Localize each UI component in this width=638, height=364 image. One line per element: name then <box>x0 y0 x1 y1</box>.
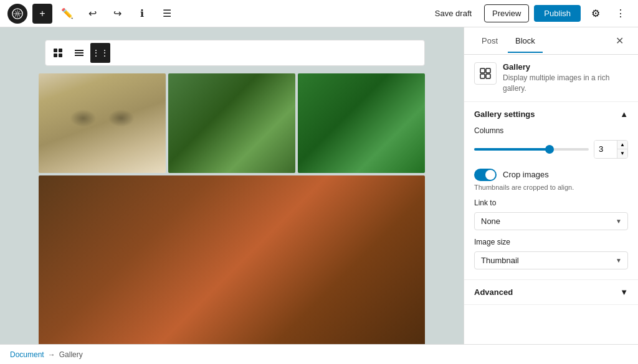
columns-number-input[interactable]: 3 ▲ ▼ <box>594 140 628 159</box>
settings-button[interactable]: ⚙ <box>586 4 606 24</box>
advanced-section: Advanced ▼ <box>464 280 638 305</box>
svg-rect-5 <box>75 50 83 51</box>
crop-images-hint: Thumbnails are cropped to align. <box>474 184 628 191</box>
image-size-group: Image size Thumbnail Medium Large Full S… <box>474 238 628 269</box>
editor-canvas: ⋮⋮ <box>0 27 464 344</box>
block-toolbar: ⋮⋮ <box>45 40 425 66</box>
block-info-text: Gallery Display multiple images in a ric… <box>503 62 628 94</box>
svg-rect-2 <box>59 49 62 52</box>
edit-tool-button[interactable]: ✏️ <box>57 4 77 24</box>
align-button[interactable] <box>69 43 89 63</box>
svg-rect-1 <box>54 49 57 52</box>
info-button[interactable]: ℹ <box>132 4 152 24</box>
crop-images-label: Crop images <box>503 170 549 179</box>
svg-rect-3 <box>54 54 57 57</box>
breadcrumb-separator: → <box>48 350 55 359</box>
toggle-knob <box>485 170 495 180</box>
image-size-select[interactable]: Thumbnail Medium Large Full Size <box>474 251 628 269</box>
gallery-view-button[interactable] <box>48 43 68 63</box>
topbar-right: Save draft Preview Publish ⚙ ⋮ <box>427 4 631 24</box>
breadcrumb-document[interactable]: Document <box>10 350 44 359</box>
columns-increment-button[interactable]: ▲ <box>617 141 627 149</box>
svg-rect-6 <box>75 52 83 54</box>
more-options-button[interactable]: ⋮ <box>611 4 631 24</box>
breadcrumb: Document → Gallery <box>0 344 638 364</box>
columns-decrement-button[interactable]: ▼ <box>617 149 627 158</box>
link-to-select-wrapper: None Media File Attachment Page ▼ <box>474 212 628 230</box>
gallery-settings-section: Gallery settings ▲ Columns 3 ▲ ▼ <box>464 102 638 280</box>
tab-block[interactable]: Block <box>508 30 543 53</box>
gallery-top-row <box>39 73 425 173</box>
link-to-select[interactable]: None Media File Attachment Page <box>474 212 628 230</box>
block-info: Gallery Display multiple images in a ric… <box>464 55 638 102</box>
svg-rect-4 <box>59 54 62 57</box>
wp-logo <box>7 4 27 24</box>
add-block-button[interactable]: + <box>32 4 52 24</box>
svg-rect-7 <box>75 55 83 56</box>
svg-rect-9 <box>486 68 490 73</box>
block-description: Display multiple images in a rich galler… <box>503 73 628 94</box>
advanced-header[interactable]: Advanced ▼ <box>464 280 638 304</box>
link-to-group: Link to None Media File Attachment Page … <box>474 198 628 230</box>
gallery-bottom-row <box>39 175 425 344</box>
topbar: + ✏️ ↩ ↪ ℹ ☰ Save draft Preview Publish … <box>0 0 638 27</box>
svg-rect-11 <box>486 74 490 78</box>
columns-label: Columns <box>474 126 628 135</box>
gallery-image-4[interactable] <box>39 175 425 344</box>
preview-button[interactable]: Preview <box>484 4 529 22</box>
list-view-button[interactable]: ☰ <box>157 4 177 24</box>
advanced-label: Advanced <box>474 287 513 297</box>
panel-header: Post Block ✕ <box>464 27 638 55</box>
gallery-settings-collapse-icon: ▲ <box>620 110 628 119</box>
main-layout: ⋮⋮ Post Block ✕ <box>0 27 638 344</box>
image-size-select-wrapper: Thumbnail Medium Large Full Size ▼ <box>474 251 628 269</box>
sidebar-panel: Post Block ✕ Gallery Display multiple im… <box>464 27 638 344</box>
undo-button[interactable]: ↩ <box>82 4 102 24</box>
columns-input-field[interactable]: 3 <box>594 141 617 158</box>
link-to-label: Link to <box>474 198 628 207</box>
svg-rect-8 <box>480 68 485 73</box>
gallery-settings-content: Columns 3 ▲ ▼ <box>464 126 638 279</box>
gallery-block <box>39 73 425 344</box>
panel-close-button[interactable]: ✕ <box>611 32 628 50</box>
svg-rect-10 <box>480 74 485 78</box>
gallery-image-2[interactable] <box>168 73 295 173</box>
image-size-label: Image size <box>474 238 628 246</box>
block-icon <box>474 62 497 85</box>
redo-button[interactable]: ↪ <box>107 4 127 24</box>
tab-post[interactable]: Post <box>474 30 505 53</box>
save-draft-button[interactable]: Save draft <box>427 5 479 22</box>
columns-slider-thumb[interactable] <box>545 145 554 154</box>
columns-spinners: ▲ ▼ <box>617 141 627 158</box>
breadcrumb-gallery: Gallery <box>59 350 83 359</box>
gallery-settings-label: Gallery settings <box>474 110 535 119</box>
publish-button[interactable]: Publish <box>534 5 581 22</box>
gallery-image-3[interactable] <box>298 73 425 173</box>
crop-images-row: Crop images <box>474 169 628 181</box>
more-block-options-button[interactable]: ⋮⋮ <box>90 43 110 63</box>
gallery-settings-header[interactable]: Gallery settings ▲ <box>464 102 638 126</box>
columns-slider-fill <box>474 148 550 151</box>
columns-slider-track[interactable] <box>474 148 589 151</box>
advanced-expand-icon: ▼ <box>620 287 628 297</box>
crop-images-toggle[interactable] <box>474 169 497 181</box>
block-title: Gallery <box>503 62 628 72</box>
gallery-image-1[interactable] <box>39 73 166 173</box>
columns-slider-row: 3 ▲ ▼ <box>474 140 628 159</box>
